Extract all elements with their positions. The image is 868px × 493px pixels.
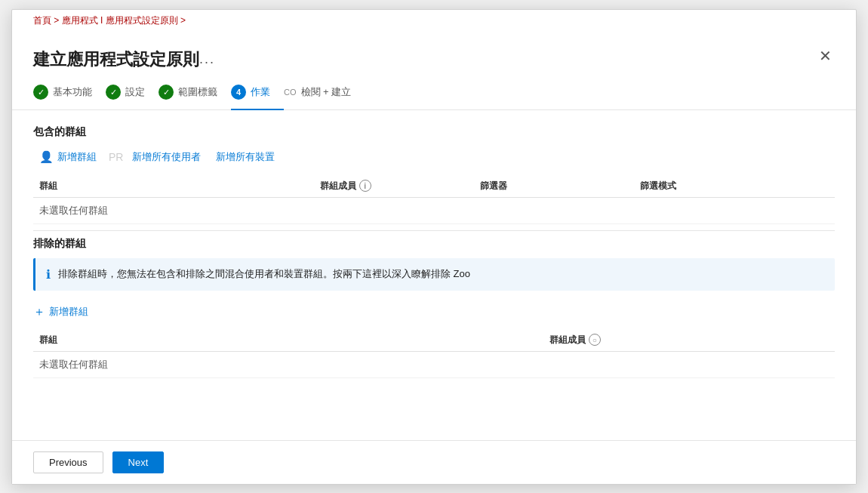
info-icon: ℹ bbox=[46, 267, 51, 282]
steps-nav: ✓ 基本功能 ✓ 設定 ✓ 範圍標籤 4 作業 CO 檢閱 + 建立 bbox=[12, 71, 856, 110]
step-basics[interactable]: ✓ 基本功能 bbox=[33, 85, 106, 109]
included-group-mode bbox=[634, 197, 835, 223]
step-basics-icon: ✓ bbox=[33, 85, 48, 100]
add-all-devices-button[interactable]: 新增所有裝置 bbox=[210, 146, 284, 168]
excluded-groups-title: 排除的群組 bbox=[33, 237, 835, 251]
th-members-excluded: 群組成員 ○ bbox=[543, 329, 835, 352]
step-scope-label: 範圍標籤 bbox=[178, 85, 217, 99]
breadcrumb-home: 首頁 bbox=[33, 15, 51, 26]
modal-footer: Previous Next bbox=[12, 440, 856, 484]
breadcrumb-gt2: > bbox=[180, 15, 186, 26]
person-icon: 👤 bbox=[39, 150, 54, 164]
add-group-button-included[interactable]: 👤 新增群組 bbox=[33, 146, 106, 168]
included-groups-section: 包含的群組 👤 新增群組 PR 新增所有使用者 新增所有裝置 bbox=[33, 125, 835, 224]
step-tasks[interactable]: 4 作業 bbox=[231, 85, 284, 110]
th-mode-included: 篩選模式 bbox=[634, 175, 835, 198]
included-group-filter bbox=[474, 197, 634, 223]
included-groups-title: 包含的群組 bbox=[33, 125, 835, 139]
step-settings-label: 設定 bbox=[125, 85, 145, 99]
add-group-excluded-label: 新增群組 bbox=[49, 305, 88, 319]
step-scope-icon: ✓ bbox=[159, 85, 174, 100]
step-basics-label: 基本功能 bbox=[53, 85, 92, 99]
step-settings[interactable]: ✓ 設定 bbox=[106, 85, 159, 109]
close-button[interactable]: ✕ bbox=[816, 48, 835, 63]
table-row: 未選取任何群組 bbox=[33, 351, 835, 377]
step-review-icon: CO bbox=[284, 88, 297, 97]
modal-menu-button[interactable]: ... bbox=[199, 51, 215, 67]
previous-button[interactable]: Previous bbox=[33, 451, 103, 473]
modal-container: 首頁 > 應用程式 I 應用程式設定原則 > 建立應用程式設定原則 ... ✕ … bbox=[11, 9, 857, 485]
table-row: 未選取任何群組 bbox=[33, 197, 835, 223]
modal-title: 建立應用程式設定原則 bbox=[33, 48, 199, 71]
breadcrumb-gt1: > bbox=[54, 15, 61, 26]
members-info-icon[interactable]: i bbox=[359, 180, 371, 192]
step-tasks-label: 作業 bbox=[251, 85, 270, 99]
breadcrumb-app: 應用程式 bbox=[62, 15, 98, 26]
step-tasks-icon: 4 bbox=[231, 85, 246, 100]
included-groups-actions: 👤 新增群組 PR 新增所有使用者 新增所有裝置 bbox=[33, 146, 835, 168]
th-group-included: 群組 bbox=[33, 175, 314, 198]
th-filter-included: 篩選器 bbox=[474, 175, 634, 198]
step-review-label: 檢閱 + 建立 bbox=[301, 85, 352, 99]
step-settings-icon: ✓ bbox=[106, 85, 121, 100]
add-all-devices-label: 新增所有裝置 bbox=[216, 150, 275, 164]
add-group-button-excluded[interactable]: ＋ 新增群組 bbox=[33, 301, 88, 323]
breadcrumb-sep1: I bbox=[100, 15, 106, 26]
step-review[interactable]: CO 檢閱 + 建立 bbox=[284, 85, 365, 108]
add-all-users-button[interactable]: 新增所有使用者 bbox=[126, 146, 210, 168]
add-group-label: 新增群組 bbox=[57, 150, 97, 164]
excluded-groups-section: 排除的群組 ℹ 排除群組時，您無法在包含和排除之間混合使用者和裝置群組。按兩下這… bbox=[33, 237, 835, 378]
next-button[interactable]: Next bbox=[112, 451, 165, 473]
plus-icon: ＋ bbox=[33, 304, 45, 320]
excluded-groups-table: 群組 群組成員 ○ 未選取任何群組 bbox=[33, 329, 835, 378]
section-divider-1 bbox=[33, 230, 835, 231]
modal-body: 包含的群組 👤 新增群組 PR 新增所有使用者 新增所有裝置 bbox=[12, 110, 856, 386]
add-all-users-label: 新增所有使用者 bbox=[132, 150, 201, 164]
th-members-included: 群組成員 i bbox=[314, 175, 474, 198]
breadcrumb: 首頁 > 應用程式 I 應用程式設定原則 > bbox=[12, 10, 856, 27]
included-groups-table: 群組 群組成員 i 篩選器 篩選模式 bbox=[33, 175, 835, 224]
included-group-name: 未選取任何群組 bbox=[33, 197, 314, 223]
step-scope[interactable]: ✓ 範圍標籤 bbox=[159, 85, 231, 109]
modal-header: 建立應用程式設定原則 ... ✕ bbox=[12, 27, 856, 71]
excluded-members-info-icon[interactable]: ○ bbox=[589, 334, 601, 346]
info-text: 排除群組時，您無法在包含和排除之間混合使用者和裝置群組。按兩下這裡以深入瞭解排除… bbox=[58, 267, 470, 281]
th-group-excluded: 群組 bbox=[33, 329, 543, 352]
info-box: ℹ 排除群組時，您無法在包含和排除之間混合使用者和裝置群組。按兩下這裡以深入瞭解… bbox=[33, 258, 835, 291]
excluded-group-members bbox=[543, 351, 835, 377]
included-group-members bbox=[314, 197, 474, 223]
breadcrumb-policy: 應用程式設定原則 bbox=[106, 15, 178, 26]
excluded-group-name: 未選取任何群組 bbox=[33, 351, 543, 377]
